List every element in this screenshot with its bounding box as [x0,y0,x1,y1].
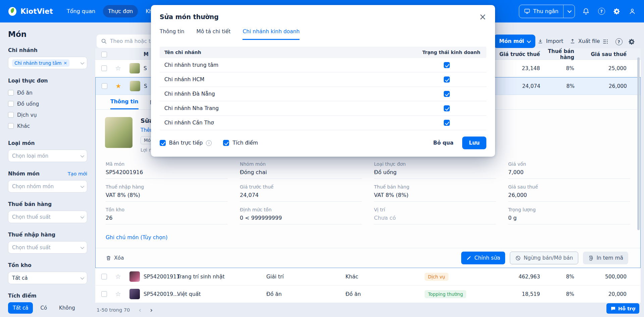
help-icon[interactable]: ? [597,7,606,16]
modal-tabs: Thông tin Mô tả chi tiết Chi nhánh kinh … [151,20,495,40]
table-row[interactable]: ☆ SP5420019... Việt quất Đồ ăn Đồ ăn Top… [95,285,641,303]
field-value: Đóng chai [240,169,362,179]
loyalty-option-all[interactable]: Tất cả [8,302,33,314]
row-checkbox[interactable] [102,83,107,89]
pagination-range: 1-50 trong 70 [97,307,130,313]
header-branch-name: Tên chi nhánh [160,50,422,55]
new-item-button[interactable]: Món mới [494,35,535,48]
nav-tong-quan[interactable]: Tổng quan [62,5,100,17]
product-thumbnail [129,271,140,282]
pagination: 1-50 trong 70 ‹ › [97,307,153,313]
loyalty-segmented-control: Tất cả Có Không [8,302,87,314]
chevron-down-icon [80,60,84,64]
branch-row: Chi nhánh HCM [160,72,486,87]
direct-sale-checkbox[interactable] [160,140,166,146]
product-thumbnail [130,81,140,91]
trash-icon [106,255,111,261]
menu-type-option-do-uong[interactable]: Đồ uống [8,98,87,109]
item-type-badge: Dịch vụ [425,273,448,281]
table-settings-gear-icon[interactable] [627,37,637,47]
edit-button[interactable]: Chỉnh sửa [461,252,505,264]
favorite-star-icon[interactable]: ☆ [115,273,121,280]
checkbox[interactable] [8,112,14,118]
support-button[interactable]: Hỗ trợ [606,303,639,314]
loyalty-checkbox-row[interactable]: Tích điểm [223,140,258,146]
print-label-button[interactable]: In tem mã [583,252,628,264]
loyalty-filter-label: Tích điểm [8,293,87,299]
help-circle-icon[interactable]: ? [614,37,624,47]
purchase-tax-filter-label: Thuế nhập hàng [8,232,87,238]
favorite-star-icon[interactable]: ☆ [115,65,121,71]
item-note-link[interactable]: Ghi chú món (Tùy chọn) [106,234,168,241]
export-file-button[interactable]: Xuất file [566,35,603,48]
loyalty-option-no[interactable]: Không [54,302,80,314]
header-tax: Thuế bán hàng [545,48,579,60]
detail-tab-info[interactable]: Thông tin [110,99,139,109]
cancel-button[interactable]: Bỏ qua [433,140,453,146]
detail-fields-grid: Mã mónSP542001916 Nhóm mónĐóng chai Loại… [106,161,630,230]
pagination-next-icon[interactable]: › [150,307,153,313]
branch-status-checkbox[interactable] [444,91,450,97]
nav-thuc-don[interactable]: Thực đơn [103,5,138,17]
modal-tab-branches[interactable]: Chi nhánh kinh doanh [243,29,300,40]
toggle-sale-button[interactable]: Ngừng bán/Mở bán [510,252,578,264]
save-button[interactable]: Lưu [462,137,486,149]
row-checkbox[interactable] [101,291,107,297]
ban-icon [515,255,521,261]
cashier-dropdown-caret[interactable] [564,10,575,13]
loyalty-checkbox[interactable] [223,140,229,146]
branch-status-checkbox[interactable] [444,62,450,68]
branch-status-checkbox[interactable] [444,76,450,83]
branch-status-checkbox[interactable] [444,120,450,126]
branch-selected-tag: Chi nhánh trung tâm × [12,59,69,67]
menu-type-option-khac[interactable]: Khác [8,120,87,131]
product-image[interactable] [105,117,132,148]
checkbox[interactable] [8,123,14,129]
purchase-tax-dropdown[interactable]: Chọn thuế suất [8,241,87,254]
menu-type-option-do-an[interactable]: Đồ ăn [8,87,87,98]
select-all-checkbox[interactable] [101,52,107,57]
stock-dropdown[interactable]: Tất cả [8,272,87,284]
field-value: SP542001916 [106,169,228,179]
vertical-scrollbar[interactable] [637,57,640,230]
loyalty-option-yes[interactable]: Có [36,302,52,314]
modal-footer: Bán trực tiếp i Tích điểm Bỏ qua Lưu [151,131,495,157]
row-checkbox[interactable] [101,65,107,71]
pagination-prev-icon[interactable]: ‹ [139,307,141,313]
favorite-star-icon[interactable]: ★ [115,83,121,89]
page-title: Món [8,30,87,39]
header-pre-tax: Giá trước thuế [488,51,545,57]
create-group-link[interactable]: Tạo mới [68,171,87,176]
table-row[interactable]: ☆ SP542001911 Trang trí sinh nhật Giải t… [95,268,641,285]
settings-gear-icon[interactable] [612,7,621,16]
row-checkbox[interactable] [101,274,107,279]
remove-branch-tag-icon[interactable]: × [63,60,67,65]
user-account-icon[interactable] [628,7,637,16]
menu-type-option-dich-vu[interactable]: Dịch vụ [8,109,87,120]
cashier-button[interactable]: Thu ngân [519,5,575,18]
direct-sale-checkbox-row[interactable]: Bán trực tiếp i [160,140,212,146]
dish-group-dropdown[interactable]: Chọn nhóm món [8,180,87,193]
modal-tab-description[interactable]: Mô tả chi tiết [197,29,231,40]
field-value: VAT 8% (8%) [374,192,496,202]
import-button[interactable]: Import [534,35,567,48]
checkbox[interactable] [8,101,14,107]
branch-row: Chi nhánh Nha Trang [160,101,486,116]
branch-status-checkbox[interactable] [444,105,450,111]
dish-type-dropdown[interactable]: Chọn loại món [8,150,87,162]
branch-row: Chi nhánh Cần Thơ [160,116,486,130]
column-settings-icon[interactable] [600,37,610,47]
branch-filter-dropdown[interactable]: Chi nhánh trung tâm × [8,57,87,69]
close-icon[interactable]: × [478,11,488,22]
favorite-star-icon[interactable]: ☆ [115,291,121,297]
printer-icon [588,255,594,261]
filters-sidebar: Món Chi nhánh Chi nhánh trung tâm × Loại… [0,22,95,317]
checkbox[interactable] [8,90,14,96]
delete-button[interactable]: Xóa [104,252,129,264]
sales-tax-dropdown[interactable]: Chọn thuế suất [8,211,87,223]
import-icon [537,38,543,44]
notifications-bell-icon[interactable] [582,7,590,16]
modal-tab-info[interactable]: Thông tin [160,29,184,40]
header-post-tax: Giá sau thuế [579,51,631,57]
brand[interactable]: KiotViet [7,6,53,16]
